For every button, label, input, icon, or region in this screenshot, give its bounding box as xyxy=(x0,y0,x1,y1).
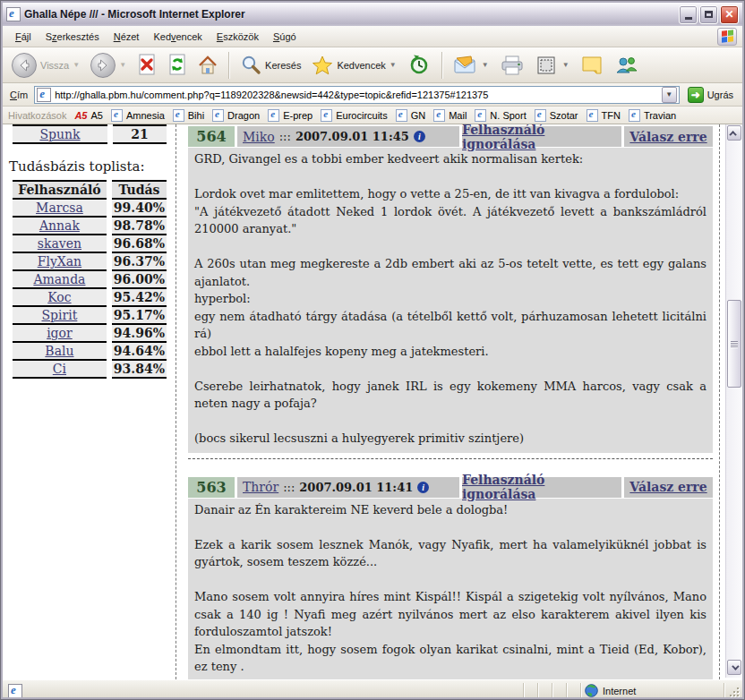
refresh-icon xyxy=(167,54,187,77)
table-row: Annak98.78% xyxy=(13,218,167,235)
toolbar: Vissza▼ ▼ Keresés Kedvencek▼ xyxy=(3,47,742,83)
link-item-eurocircuits[interactable]: Eurocircuits xyxy=(321,109,387,122)
table-header-row: Felhasználó Tudás xyxy=(13,180,167,200)
maximize-button[interactable] xyxy=(699,5,718,24)
address-url[interactable]: http://ghalla.pbm.hu/comment.php?q=11892… xyxy=(55,90,657,100)
status-pane xyxy=(567,683,581,699)
favorites-button[interactable]: Kedvencek▼ xyxy=(308,53,399,78)
refresh-button[interactable] xyxy=(164,52,191,79)
print-button[interactable] xyxy=(496,53,528,78)
internet-globe-icon xyxy=(585,684,598,697)
back-button[interactable]: Vissza▼ xyxy=(8,51,83,80)
minimize-button[interactable] xyxy=(679,5,698,24)
reply-link[interactable]: Válasz erre xyxy=(629,130,706,144)
link-item-dragon[interactable]: Dragon xyxy=(212,109,260,122)
page-content: Spunk 21 Tudásbázis toplista: Felhasznál… xyxy=(3,124,742,679)
address-label: Cím xyxy=(8,90,30,100)
table-row: Marcsa99.40% xyxy=(13,200,167,218)
menu-item-file[interactable]: Fájl xyxy=(8,29,39,45)
reply-link[interactable]: Válasz erre xyxy=(629,480,706,494)
ie-favicon xyxy=(321,109,332,122)
user-link[interactable]: skaven xyxy=(38,236,81,251)
ignore-user-link[interactable]: Felhasználó ignorálása xyxy=(462,473,621,501)
user-link[interactable]: Spunk xyxy=(39,127,80,141)
user-link[interactable]: igor xyxy=(47,326,73,340)
menu-item-view[interactable]: Nézet xyxy=(107,29,147,45)
ie-favicon xyxy=(268,109,279,122)
link-item-szotar[interactable]: Szotar xyxy=(535,109,578,122)
links-label: Hivatkozások xyxy=(8,110,66,121)
status-main-pane xyxy=(4,683,524,699)
search-button[interactable]: Keresés xyxy=(236,53,304,78)
link-item-bihi[interactable]: Bihi xyxy=(173,109,204,122)
link-item-a5[interactable]: A5A5 xyxy=(74,110,103,121)
user-link[interactable]: Amanda xyxy=(33,272,85,286)
mail-button[interactable]: ▼ xyxy=(450,53,492,78)
link-item-gn[interactable]: GN xyxy=(396,109,426,122)
user-link[interactable]: Koc xyxy=(47,290,71,304)
table-row: Koc95.42% xyxy=(13,289,167,307)
post-number: 563 xyxy=(188,477,235,498)
discuss-button[interactable] xyxy=(577,53,607,78)
address-dropdown-button[interactable]: ▼ xyxy=(662,87,677,103)
page-favicon xyxy=(37,88,51,102)
link-item-mail[interactable]: Mail xyxy=(433,109,467,122)
vertical-scrollbar[interactable] xyxy=(725,124,741,678)
post-author-cell: Thrór ::: 2007.09.01 11:41 i xyxy=(237,477,459,498)
score-cell: 96.00% xyxy=(112,271,167,289)
user-link[interactable]: Ci xyxy=(53,362,66,376)
ignore-user-link[interactable]: Felhasználó ignorálása xyxy=(462,124,621,151)
stop-button[interactable] xyxy=(133,52,160,79)
link-item-tfn[interactable]: TFN xyxy=(587,109,621,122)
link-item-nsport[interactable]: N. Sport xyxy=(475,109,526,122)
spunk-table: Spunk 21 xyxy=(7,124,172,144)
link-item-travian[interactable]: Travian xyxy=(629,109,676,122)
user-link[interactable]: FlyXan xyxy=(38,254,81,269)
info-icon[interactable]: i xyxy=(414,131,425,142)
author-separator: ::: xyxy=(283,481,295,494)
print-icon xyxy=(500,55,525,76)
score-cell: 96.68% xyxy=(112,235,167,253)
history-button[interactable] xyxy=(404,52,434,79)
ie-favicon xyxy=(433,109,445,122)
link-item-eprep[interactable]: E-prep xyxy=(268,109,313,122)
user-link[interactable]: Annak xyxy=(39,218,80,233)
menu-item-edit[interactable]: Szerkesztés xyxy=(39,29,107,45)
history-icon xyxy=(407,54,431,77)
menu-item-help[interactable]: Súgó xyxy=(266,29,304,45)
window-title: Ghalla Népe /// - Microsoft Internet Exp… xyxy=(24,8,677,21)
post-number: 564 xyxy=(188,126,235,147)
info-icon[interactable]: i xyxy=(417,482,429,493)
post: 564 Miko ::: 2007.09.01 11:45 i Felhaszn… xyxy=(188,126,713,453)
stop-icon xyxy=(137,54,157,77)
score-cell: 95.17% xyxy=(112,307,167,325)
go-arrow-icon: ➜ xyxy=(688,87,704,103)
scroll-thumb[interactable] xyxy=(727,300,741,388)
menu-item-tools[interactable]: Eszközök xyxy=(210,29,266,45)
messenger-button[interactable] xyxy=(611,53,643,78)
forward-button[interactable]: ▼ xyxy=(87,51,130,80)
close-button[interactable]: ✕ xyxy=(720,5,739,24)
score-cell: 21 xyxy=(113,124,167,144)
menu-item-favorites[interactable]: Kedvencek xyxy=(146,29,209,45)
scroll-down-button[interactable] xyxy=(727,660,741,675)
post-datetime: 2007.09.01 11:41 xyxy=(299,481,413,494)
go-button[interactable]: ➜ Ugrás xyxy=(684,86,737,104)
scroll-up-button[interactable] xyxy=(727,125,741,141)
link-item-amnesia[interactable]: Amnesia xyxy=(111,109,165,122)
forum-posts: 564 Miko ::: 2007.09.01 11:45 i Felhaszn… xyxy=(188,126,713,679)
user-link[interactable]: Marcsa xyxy=(36,201,83,215)
score-cell: 98.78% xyxy=(112,218,167,235)
status-page-icon xyxy=(8,684,22,698)
address-input[interactable]: http://ghalla.pbm.hu/comment.php?q=11892… xyxy=(34,86,679,104)
table-row: igor94.96% xyxy=(13,325,167,343)
author-link[interactable]: Miko xyxy=(243,130,275,144)
edit-button[interactable]: ▼ xyxy=(532,53,573,78)
home-button[interactable] xyxy=(194,52,221,79)
menubar: Fájl Szerkesztés Nézet Kedvencek Eszközö… xyxy=(3,26,742,47)
user-link[interactable]: Balu xyxy=(45,344,73,358)
resize-grip[interactable] xyxy=(726,684,741,698)
author-link[interactable]: Thrór xyxy=(243,480,278,494)
address-bar: Cím http://ghalla.pbm.hu/comment.php?q=1… xyxy=(3,83,742,107)
user-link[interactable]: Spirit xyxy=(42,308,78,322)
